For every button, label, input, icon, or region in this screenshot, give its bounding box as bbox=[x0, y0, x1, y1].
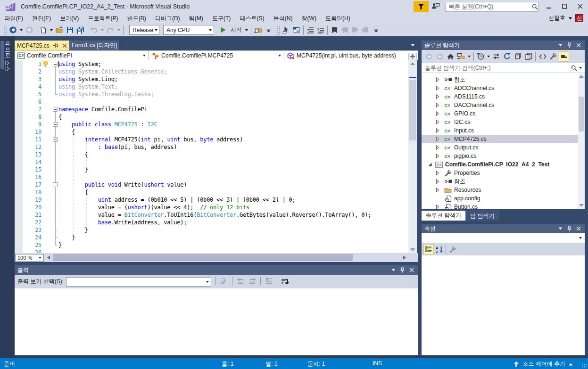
preview-selected-items-toggle[interactable] bbox=[559, 51, 570, 62]
tree-item-pigpio-cs[interactable]: C# pigpio.cs bbox=[422, 152, 578, 160]
menu-d[interactable]: 디버그(D) bbox=[150, 13, 184, 24]
user-avatar[interactable]: 신 bbox=[575, 14, 583, 22]
categorized-button[interactable] bbox=[423, 244, 434, 254]
menu-t[interactable]: 도구(T) bbox=[207, 13, 235, 24]
notifications-flag-button[interactable] bbox=[414, 1, 429, 12]
scroll-down-arrow[interactable] bbox=[579, 204, 584, 207]
fold-collapse-box[interactable] bbox=[53, 182, 58, 187]
breadcrumb-scope-2[interactable]: MCP4725(int pi, uint bus, byte address) bbox=[284, 51, 418, 60]
output-panel-title-bar[interactable]: 출력 bbox=[15, 265, 418, 275]
close-panel-icon[interactable] bbox=[576, 226, 581, 231]
tree-item-resources[interactable]: Resources bbox=[422, 186, 578, 194]
vertical-scrollbar-thumb[interactable] bbox=[409, 80, 416, 140]
property-pages-button[interactable] bbox=[447, 244, 458, 254]
expand-arrow-icon[interactable] bbox=[435, 145, 440, 150]
send-feedback-icon[interactable] bbox=[431, 2, 440, 9]
scope-view-button[interactable] bbox=[456, 51, 467, 62]
dropdown-chevron[interactable] bbox=[243, 25, 249, 35]
add-to-source-control-button[interactable]: 소스 제어에 추가 bbox=[513, 360, 573, 368]
new-file-button[interactable] bbox=[38, 25, 48, 35]
breadcrumb-scope-0[interactable]: C# Comfile.ComfilePi bbox=[15, 51, 149, 60]
expand-arrow-icon[interactable] bbox=[435, 179, 440, 184]
dropdown-chevron[interactable] bbox=[116, 25, 122, 35]
panel-tab-solution-explorer[interactable]: 솔루션 탐색기 bbox=[422, 211, 465, 221]
pin-icon[interactable] bbox=[53, 43, 58, 48]
next-bookmark-button[interactable] bbox=[350, 25, 360, 35]
start-label[interactable]: 시작 bbox=[228, 26, 243, 34]
solution-explorer-search-input[interactable]: 솔루션 탐색기 검색(Ctrl+;) bbox=[422, 63, 585, 73]
document-tab-mcp4725[interactable]: MCP4725.cs bbox=[15, 41, 69, 50]
menu-v[interactable]: 보기(V) bbox=[56, 13, 83, 24]
vertical-scrollbar[interactable] bbox=[408, 60, 417, 253]
lightbulb-icon[interactable] bbox=[42, 60, 49, 68]
pin-icon[interactable] bbox=[567, 42, 571, 48]
horizontal-scrollbar-thumb[interactable] bbox=[53, 254, 353, 261]
collapse-arrow-icon[interactable] bbox=[428, 162, 432, 167]
fold-collapse-box[interactable] bbox=[53, 62, 58, 66]
increase-indent-button[interactable]: ? bbox=[315, 25, 326, 35]
document-tab-form1[interactable]: Form1.cs [디자인] bbox=[69, 41, 119, 50]
breadcrumb-scope-1[interactable]: Comfile.ComfilePi.MCP4725 bbox=[149, 51, 284, 60]
user-account-area[interactable]: 신철호 신 bbox=[548, 14, 583, 22]
show-all-files-button[interactable] bbox=[523, 51, 534, 62]
expand-arrow-icon[interactable] bbox=[435, 103, 440, 107]
window-position-chevron[interactable] bbox=[558, 227, 563, 230]
menu-m[interactable]: 팀(M) bbox=[184, 13, 207, 24]
expand-arrow-icon[interactable] bbox=[435, 86, 440, 90]
menu-f[interactable]: 파일(F) bbox=[0, 13, 28, 24]
expand-arrow-icon[interactable] bbox=[435, 94, 440, 99]
tree-item-adcchannel-cs[interactable]: C# ADCChannel.cs bbox=[422, 84, 578, 92]
next-message-button[interactable] bbox=[248, 278, 256, 284]
output-source-dropdown[interactable] bbox=[66, 277, 211, 287]
save-all-button[interactable] bbox=[75, 25, 85, 35]
tree-item-properties[interactable]: Properties bbox=[422, 169, 578, 177]
panel-tab-team-explorer[interactable]: 팀 탐색기 bbox=[465, 211, 499, 221]
toggle-word-wrap-button[interactable]: abc bbox=[282, 278, 289, 285]
solution-explorer-title-bar[interactable]: 솔루션 탐색기 bbox=[422, 41, 585, 50]
user-name[interactable]: 신철호 bbox=[548, 14, 565, 22]
window-position-chevron[interactable] bbox=[558, 44, 563, 47]
dropdown-chevron[interactable] bbox=[99, 25, 105, 35]
toolbar-overflow-button[interactable] bbox=[263, 25, 273, 35]
indicator-margin[interactable] bbox=[15, 60, 23, 253]
menu-w[interactable]: 창(W) bbox=[297, 13, 321, 24]
clear-all-button[interactable] bbox=[265, 278, 273, 284]
tree-item-ads1115-cs[interactable]: C# ADS1115.cs bbox=[422, 92, 578, 101]
tree-scrollbar-thumb[interactable] bbox=[579, 97, 584, 131]
tree-item-dacchannel-cs[interactable]: C# DACChannel.cs bbox=[422, 101, 578, 109]
open-file-button[interactable] bbox=[54, 25, 65, 35]
expand-arrow-icon[interactable] bbox=[435, 137, 440, 141]
navigate-backward-button[interactable] bbox=[8, 25, 18, 35]
forward-button[interactable] bbox=[435, 51, 446, 62]
horizontal-scrollbar[interactable] bbox=[44, 253, 418, 262]
minimize-button[interactable] bbox=[541, 0, 557, 12]
close-tab-icon[interactable] bbox=[62, 43, 67, 48]
expand-arrow-icon[interactable] bbox=[435, 205, 440, 209]
menu-b[interactable]: 빌드(B) bbox=[123, 13, 150, 24]
expand-arrow-icon[interactable] bbox=[435, 120, 440, 124]
toolbar-grip[interactable] bbox=[276, 25, 280, 35]
fold-collapse-box[interactable] bbox=[53, 107, 58, 112]
fold-collapse-box[interactable] bbox=[53, 122, 58, 127]
solution-platforms-dropdown[interactable]: Any CPU bbox=[163, 25, 214, 35]
toolbar-grip[interactable] bbox=[3, 25, 7, 35]
menu-p[interactable]: 프로젝트(P) bbox=[83, 13, 123, 24]
view-code-button[interactable] bbox=[537, 51, 548, 62]
fold-collapse-box[interactable] bbox=[53, 137, 58, 142]
collapse-all-button[interactable] bbox=[513, 51, 523, 62]
tree-item-comfile-comfilepi-cp-io22-a4-2-test[interactable]: C# Comfile.ComfilePi.CP_IO22_A4_2_Test bbox=[422, 160, 578, 169]
expand-arrow-icon[interactable] bbox=[435, 154, 440, 158]
redo-button[interactable] bbox=[105, 25, 116, 35]
scroll-up-arrow[interactable] bbox=[410, 62, 415, 65]
tree-vertical-scrollbar[interactable] bbox=[578, 73, 585, 209]
tree-item-i2c-cs[interactable]: C# I2C.cs bbox=[422, 118, 578, 126]
dropdown-chevron[interactable] bbox=[467, 51, 472, 62]
menu-n[interactable]: 분석(N) bbox=[269, 13, 297, 24]
previous-bookmark-button[interactable] bbox=[340, 25, 350, 35]
zoom-level-dropdown[interactable]: 100 % bbox=[15, 254, 44, 262]
maximize-button[interactable] bbox=[556, 0, 572, 12]
sync-with-active-document-button[interactable] bbox=[491, 51, 502, 62]
scroll-left-arrow[interactable] bbox=[47, 255, 50, 260]
toolbar-overflow-button[interactable] bbox=[371, 25, 381, 35]
expand-arrow-icon[interactable] bbox=[435, 171, 440, 175]
